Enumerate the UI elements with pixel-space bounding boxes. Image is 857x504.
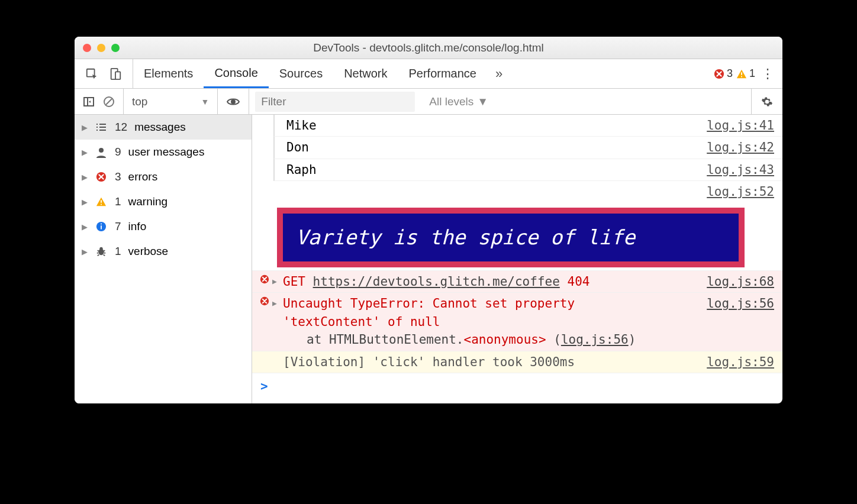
user-icon — [95, 146, 108, 158]
log-entry-error[interactable]: ▶ GET https://devtools.glitch.me/coffee … — [252, 271, 782, 293]
sidebar-item-info[interactable]: ▶ 7 info — [75, 214, 252, 239]
console-sidebar: ▶ 12 messages ▶ 9 user messages ▶ — [75, 115, 252, 403]
sidebar-item-user-messages[interactable]: ▶ 9 user messages — [75, 140, 252, 164]
console-toolbar: top ▼ All levels ▼ — [75, 89, 782, 115]
log-levels-selector[interactable]: All levels ▼ — [421, 95, 497, 108]
styled-log-message: Variety is the spice of life — [277, 208, 745, 267]
log-entry[interactable]: log.js:52 — [252, 181, 782, 202]
console-prompt[interactable]: > — [252, 373, 782, 399]
prompt-chevron-icon: > — [260, 379, 268, 393]
error-icon — [95, 172, 108, 182]
stack-frame: at HTMLButtonElement.<anonymous> (log.js… — [283, 331, 698, 348]
settings-menu-button[interactable]: ⋮ — [759, 66, 777, 82]
svg-line-30 — [98, 254, 99, 256]
toggle-sidebar-icon[interactable] — [83, 96, 95, 108]
log-message: Raph — [279, 161, 698, 179]
verbose-count: 1 — [115, 245, 121, 258]
disclosure-triangle-icon: ▶ — [82, 123, 88, 132]
clear-console-icon[interactable] — [103, 96, 115, 108]
stack-source-link[interactable]: log.js:56 — [561, 332, 629, 347]
disclosure-triangle-icon[interactable]: ▶ — [272, 273, 283, 290]
chevron-down-icon: ▼ — [201, 97, 209, 106]
log-message: Don — [279, 138, 698, 156]
panel-tabstrip: Elements Console Sources Network Perform… — [75, 59, 782, 89]
svg-rect-5 — [741, 76, 742, 77]
list-icon — [95, 122, 108, 132]
more-tabs-button[interactable]: » — [487, 66, 511, 82]
warning-count-badge[interactable]: 1 — [736, 67, 755, 80]
sidebar-item-messages[interactable]: ▶ 12 messages — [75, 115, 252, 140]
log-levels-label: All levels — [429, 95, 473, 108]
log-source-link[interactable]: log.js:59 — [698, 353, 774, 371]
error-icon — [257, 295, 272, 348]
svg-point-25 — [99, 247, 102, 250]
disclosure-triangle-icon: ▶ — [82, 173, 88, 182]
svg-rect-20 — [101, 204, 102, 205]
console-settings-icon[interactable] — [751, 89, 782, 114]
tab-performance[interactable]: Performance — [398, 59, 488, 88]
messages-label: messages — [134, 121, 186, 134]
titlebar: DevTools - devtools.glitch.me/console/lo… — [75, 37, 782, 59]
log-source-link[interactable]: log.js:68 — [698, 273, 774, 290]
devtools-window: DevTools - devtools.glitch.me/console/lo… — [75, 37, 782, 403]
http-method: GET — [283, 274, 305, 289]
log-source-link[interactable]: log.js:43 — [698, 161, 774, 179]
errors-count: 3 — [115, 170, 121, 183]
errors-label: errors — [128, 170, 158, 183]
execution-context-selector[interactable]: top ▼ — [124, 89, 217, 114]
svg-rect-22 — [101, 225, 102, 229]
tab-sources[interactable]: Sources — [269, 59, 333, 88]
user-messages-label: user messages — [128, 146, 205, 159]
tab-console[interactable]: Console — [204, 59, 268, 88]
log-source-link[interactable]: log.js:52 — [698, 183, 774, 201]
sidebar-item-errors[interactable]: ▶ 3 errors — [75, 164, 252, 189]
log-entry-styled[interactable]: Variety is the spice of life — [252, 203, 782, 271]
log-entry-error[interactable]: ▶ Uncaught TypeError: Cannot set propert… — [252, 293, 782, 351]
error-message-line: Uncaught TypeError: Cannot set property — [283, 296, 575, 311]
log-entry[interactable]: Mike log.js:41 — [273, 115, 782, 137]
warning-count: 1 — [749, 67, 755, 80]
svg-point-10 — [231, 100, 235, 104]
user-messages-count: 9 — [115, 146, 121, 159]
log-entry-violation[interactable]: [Violation] 'click' handler took 3000ms … — [252, 351, 782, 373]
request-url-link[interactable]: https://devtools.glitch.me/coffee — [313, 274, 560, 289]
log-source-link[interactable]: log.js:41 — [698, 117, 774, 134]
tab-elements[interactable]: Elements — [133, 59, 204, 88]
sidebar-item-verbose[interactable]: ▶ 1 verbose — [75, 239, 252, 264]
warning-icon — [95, 196, 108, 207]
svg-rect-4 — [741, 72, 742, 75]
inspect-element-icon[interactable] — [85, 67, 98, 80]
log-entry[interactable]: Raph log.js:43 — [273, 159, 782, 181]
log-entry[interactable]: Don log.js:42 — [273, 137, 782, 159]
error-icon — [257, 273, 272, 290]
svg-rect-23 — [101, 224, 102, 225]
error-message-line: 'textContent' of null — [283, 315, 440, 329]
messages-count: 12 — [115, 121, 127, 134]
violation-message: [Violation] 'click' handler took 3000ms — [283, 353, 698, 371]
disclosure-triangle-icon[interactable]: ▶ — [272, 295, 283, 348]
sidebar-item-warnings[interactable]: ▶ 1 warning — [75, 189, 252, 214]
info-label: info — [128, 220, 147, 233]
svg-point-17 — [99, 148, 104, 153]
filter-input[interactable] — [255, 92, 415, 112]
info-icon — [95, 221, 108, 232]
log-source-link[interactable]: log.js:56 — [698, 295, 774, 348]
device-toolbar-icon[interactable] — [109, 67, 122, 80]
disclosure-triangle-icon: ▶ — [82, 198, 88, 206]
live-expression-icon[interactable] — [217, 89, 249, 114]
console-output: Mike log.js:41 Don log.js:42 Raph log.js… — [252, 115, 782, 403]
window-title: DevTools - devtools.glitch.me/console/lo… — [75, 41, 782, 54]
tab-network[interactable]: Network — [333, 59, 398, 88]
chevron-down-icon: ▼ — [477, 95, 488, 108]
execution-context-label: top — [132, 95, 147, 108]
bug-icon — [95, 246, 108, 257]
error-count: 3 — [727, 67, 733, 80]
error-count-badge[interactable]: 3 — [714, 67, 733, 80]
http-status: 404 — [567, 274, 589, 289]
disclosure-triangle-icon: ▶ — [82, 222, 88, 231]
disclosure-triangle-icon: ▶ — [82, 148, 88, 157]
warnings-count: 1 — [115, 195, 121, 208]
warnings-label: warning — [128, 195, 168, 208]
info-count: 7 — [115, 220, 121, 233]
log-source-link[interactable]: log.js:42 — [698, 138, 774, 156]
